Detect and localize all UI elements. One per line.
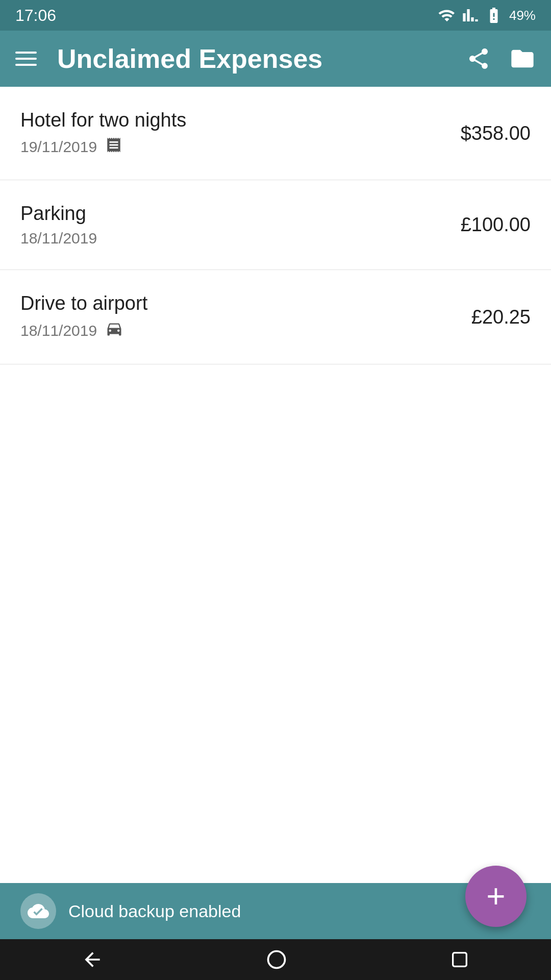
app-bar-left: Unclaimed Expenses (15, 43, 322, 74)
app-title: Unclaimed Expenses (57, 43, 322, 74)
cloud-check-icon (28, 900, 49, 922)
app-bar-right (466, 45, 536, 72)
expense-date: 18/11/2019 (20, 322, 97, 339)
expense-meta: 18/11/2019 (20, 320, 147, 341)
folder-icon (509, 45, 536, 72)
expense-left: Drive to airport 18/11/2019 (20, 292, 147, 341)
receipt-icon (105, 136, 122, 157)
expense-item[interactable]: Parking 18/11/2019 £100.00 (0, 180, 551, 270)
status-time: 17:06 (15, 6, 56, 25)
folder-button[interactable] (509, 45, 536, 72)
expense-name: Hotel for two nights (20, 109, 186, 131)
battery-percent: 49% (509, 8, 536, 23)
expense-amount: $358.00 (461, 122, 531, 144)
menu-button[interactable] (15, 52, 37, 66)
add-icon: + (486, 880, 505, 913)
svg-point-0 (268, 951, 285, 968)
app-bar: Unclaimed Expenses (0, 31, 551, 87)
expense-left: Parking 18/11/2019 (20, 203, 97, 247)
status-bar: 17:06 49% (0, 0, 551, 31)
recents-button[interactable] (449, 949, 470, 970)
home-button[interactable] (265, 948, 288, 971)
expense-amount: £100.00 (461, 214, 531, 236)
nav-bar (0, 939, 551, 980)
share-button[interactable] (466, 46, 491, 71)
add-expense-button[interactable]: + (465, 866, 527, 927)
share-icon (466, 46, 491, 71)
status-icons: 49% (438, 6, 536, 24)
back-button[interactable] (81, 948, 104, 971)
expense-amount: £20.25 (471, 306, 531, 328)
expense-name: Parking (20, 203, 97, 225)
expense-date: 19/11/2019 (20, 138, 97, 156)
expense-name: Drive to airport (20, 292, 147, 314)
expense-item[interactable]: Hotel for two nights 19/11/2019 $358.00 (0, 87, 551, 180)
expense-item[interactable]: Drive to airport 18/11/2019 £20.25 (0, 270, 551, 364)
battery-icon (485, 6, 503, 24)
wifi-icon (438, 6, 456, 24)
expense-left: Hotel for two nights 19/11/2019 (20, 109, 186, 157)
expense-meta: 18/11/2019 (20, 230, 97, 247)
cloud-backup-text: Cloud backup enabled (68, 901, 241, 921)
expense-date: 18/11/2019 (20, 230, 97, 247)
expense-list: Hotel for two nights 19/11/2019 $358.00 … (0, 87, 551, 364)
car-icon (105, 320, 123, 341)
signal-icon (462, 6, 479, 24)
cloud-icon-wrap (20, 893, 56, 929)
expense-meta: 19/11/2019 (20, 136, 186, 157)
svg-rect-1 (453, 953, 467, 967)
